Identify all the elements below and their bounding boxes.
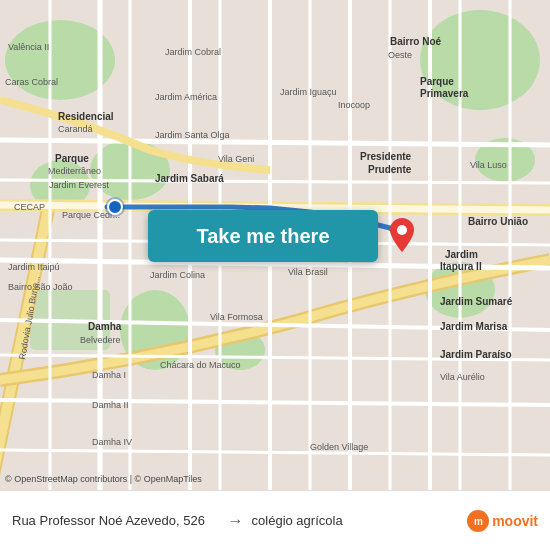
svg-text:Primavera: Primavera xyxy=(420,88,469,99)
moovit-icon: m xyxy=(467,510,489,532)
svg-text:Oeste: Oeste xyxy=(388,50,412,60)
svg-text:Damha II: Damha II xyxy=(92,400,129,410)
svg-point-80 xyxy=(397,225,407,235)
svg-text:Parque: Parque xyxy=(55,153,89,164)
origin-address: Rua Professor Noé Azevedo, 526 xyxy=(12,513,220,528)
svg-text:Damha IV: Damha IV xyxy=(92,437,132,447)
svg-text:Jardim Cobral: Jardim Cobral xyxy=(165,47,221,57)
destination-marker xyxy=(390,218,414,256)
svg-text:Jardim Sabará: Jardim Sabará xyxy=(155,173,224,184)
svg-text:Valência II: Valência II xyxy=(8,42,49,52)
svg-text:Jardim Iguaçu: Jardim Iguaçu xyxy=(280,87,337,97)
svg-text:© OpenStreetMap contributors |: © OpenStreetMap contributors | © OpenMap… xyxy=(5,474,202,484)
destination-address: colégio agrícola xyxy=(252,513,460,528)
svg-text:Damha I: Damha I xyxy=(92,370,126,380)
svg-text:Jardim: Jardim xyxy=(445,249,478,260)
svg-text:Vila Formosa: Vila Formosa xyxy=(210,312,263,322)
svg-text:Presidente: Presidente xyxy=(360,151,412,162)
svg-text:Damha: Damha xyxy=(88,321,122,332)
svg-text:Inocoop: Inocoop xyxy=(338,100,370,110)
svg-text:Vila Geni: Vila Geni xyxy=(218,154,254,164)
svg-text:Jardim Marisa: Jardim Marisa xyxy=(440,321,508,332)
moovit-logo: m moovit xyxy=(467,510,538,532)
svg-text:Chácara do Macuco: Chácara do Macuco xyxy=(160,360,241,370)
map-container: Valência II Caras Cobral Jardim Cobral B… xyxy=(0,0,550,490)
bottom-bar: Rua Professor Noé Azevedo, 526 → colégio… xyxy=(0,490,550,550)
svg-text:Vila Aurélio: Vila Aurélio xyxy=(440,372,485,382)
svg-text:Jardim Sumaré: Jardim Sumaré xyxy=(440,296,513,307)
svg-text:m: m xyxy=(474,516,483,527)
svg-text:CECAP: CECAP xyxy=(14,202,45,212)
arrow-icon: → xyxy=(228,512,244,530)
svg-text:Jardim Colina: Jardim Colina xyxy=(150,270,205,280)
svg-text:Residencial: Residencial xyxy=(58,111,114,122)
svg-text:Belvedere: Belvedere xyxy=(80,335,121,345)
svg-text:Vila Brasil: Vila Brasil xyxy=(288,267,328,277)
svg-text:Jardim América: Jardim América xyxy=(155,92,217,102)
svg-text:Itapura II: Itapura II xyxy=(440,261,482,272)
svg-text:Caras Cobral: Caras Cobral xyxy=(5,77,58,87)
svg-text:Jardim Everest: Jardim Everest xyxy=(49,180,110,190)
svg-text:Carandá: Carandá xyxy=(58,124,93,134)
svg-text:Jardim Santa Olga: Jardim Santa Olga xyxy=(155,130,230,140)
moovit-brand-text: moovit xyxy=(492,513,538,529)
svg-text:Bairro Noé: Bairro Noé xyxy=(390,36,442,47)
svg-text:Jardim Paraíso: Jardim Paraíso xyxy=(440,349,512,360)
take-me-there-button[interactable]: Take me there xyxy=(148,210,378,262)
svg-text:Bairro União: Bairro União xyxy=(468,216,528,227)
svg-text:Vila Luso: Vila Luso xyxy=(470,160,507,170)
svg-text:Parque: Parque xyxy=(420,76,454,87)
svg-text:Prudente: Prudente xyxy=(368,164,412,175)
svg-text:Jardim Itaipú: Jardim Itaipú xyxy=(8,262,60,272)
svg-text:Golden Village: Golden Village xyxy=(310,442,368,452)
origin-marker xyxy=(107,199,123,215)
svg-text:Mediterrâneo: Mediterrâneo xyxy=(48,166,101,176)
